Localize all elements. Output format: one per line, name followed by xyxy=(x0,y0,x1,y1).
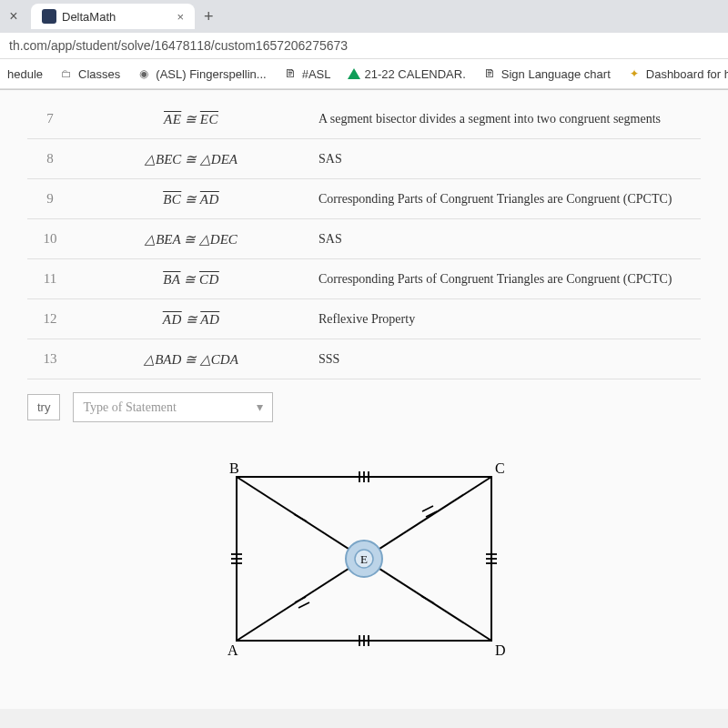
bookmark-classes[interactable]: 🗀 Classes xyxy=(59,66,120,81)
geometry-figure: E xyxy=(27,459,701,668)
proof-table: 7 AE ≅ EC A segment bisector divides a s… xyxy=(27,99,701,379)
table-row: 9 BC ≅ AD Corresponding Parts of Congrue… xyxy=(27,179,701,219)
step-number: 11 xyxy=(27,271,73,287)
vertex-c-label: C xyxy=(495,460,505,476)
bookmark-schedule[interactable]: hedule xyxy=(7,67,43,81)
vertex-a-label: A xyxy=(228,642,238,658)
step-reason: SSS xyxy=(309,352,701,367)
select-placeholder: Type of Statement xyxy=(83,400,176,415)
step-number: 8 xyxy=(27,151,73,167)
step-reason: SAS xyxy=(309,232,701,247)
step-reason: Corresponding Parts of Congruent Triangl… xyxy=(309,192,701,207)
vertex-d-label: D xyxy=(495,642,506,658)
close-icon[interactable]: × xyxy=(0,8,27,25)
tab-bar: × DeltaMath × + xyxy=(0,0,728,33)
svg-line-22 xyxy=(298,602,309,608)
step-number: 7 xyxy=(27,111,73,126)
new-tab-button[interactable]: + xyxy=(195,4,223,30)
table-row: 10 △BEA ≅ △DEC SAS xyxy=(27,219,701,259)
globe-icon: ◉ xyxy=(136,66,151,81)
tab-title: DeltaMath xyxy=(62,10,116,24)
star-icon: ✦ xyxy=(627,66,642,81)
doc-icon: 🖹 xyxy=(482,66,497,81)
step-statement: △BAD ≅ △CDA xyxy=(73,351,309,368)
try-button[interactable]: try xyxy=(27,394,60,420)
browser-tab[interactable]: DeltaMath × xyxy=(31,4,195,29)
table-row: 13 △BAD ≅ △CDA SSS xyxy=(27,339,701,379)
bookmark-sign-language-chart[interactable]: 🖹 Sign Language chart xyxy=(482,66,611,81)
step-statement: BC ≅ AD xyxy=(73,191,309,207)
drive-icon xyxy=(348,68,360,79)
url-bar[interactable]: th.com/app/student/solve/16478118/custom… xyxy=(0,33,728,59)
svg-line-23 xyxy=(422,506,433,511)
bookmark-dashboard[interactable]: ✦ Dashboard for hw xyxy=(627,66,728,81)
folder-icon: 🗀 xyxy=(59,66,74,81)
table-row: 7 AE ≅ EC A segment bisector divides a s… xyxy=(27,99,701,139)
bookmark-calendar[interactable]: 21-22 CALENDAR. xyxy=(348,67,466,81)
step-reason: A segment bisector divides a segment int… xyxy=(309,112,701,126)
tab-close-icon[interactable]: × xyxy=(177,10,184,24)
step-reason: Corresponding Parts of Congruent Triangl… xyxy=(309,272,701,287)
bookmark-asl[interactable]: 🖹 #ASL xyxy=(283,66,331,81)
main-content: 7 AE ≅ EC A segment bisector divides a s… xyxy=(0,90,728,709)
vertex-b-label: B xyxy=(229,460,239,476)
step-statement: BA ≅ CD xyxy=(73,271,309,288)
svg-text:E: E xyxy=(360,552,368,566)
step-statement: AE ≅ EC xyxy=(73,111,309,127)
step-number: 9 xyxy=(27,191,73,207)
table-row: 12 AD ≅ AD Reflexive Property xyxy=(27,299,701,339)
step-reason: Reflexive Property xyxy=(309,312,701,327)
doc-icon: 🖹 xyxy=(283,66,298,81)
step-reason: SAS xyxy=(309,152,701,167)
step-number: 10 xyxy=(27,231,73,247)
input-row: try Type of Statement ▾ xyxy=(27,392,701,422)
favicon-icon xyxy=(42,9,56,24)
bookmarks-bar: hedule 🗀 Classes ◉ (ASL) Fingerspellin..… xyxy=(0,59,728,89)
step-number: 13 xyxy=(27,351,73,367)
step-number: 12 xyxy=(27,311,73,327)
step-statement: △BEA ≅ △DEC xyxy=(73,231,309,248)
svg-line-19 xyxy=(294,511,307,525)
bookmark-asl-fingerspelling[interactable]: ◉ (ASL) Fingerspellin... xyxy=(136,66,266,81)
chevron-down-icon: ▾ xyxy=(257,399,263,415)
svg-line-21 xyxy=(295,597,306,602)
step-statement: AD ≅ AD xyxy=(73,311,309,328)
url-text: th.com/app/student/solve/16478118/custom… xyxy=(9,38,348,53)
table-row: 8 △BEC ≅ △DEA SAS xyxy=(27,139,701,179)
step-statement: △BEC ≅ △DEA xyxy=(73,151,309,167)
statement-type-select[interactable]: Type of Statement ▾ xyxy=(73,392,273,422)
table-row: 11 BA ≅ CD Corresponding Parts of Congru… xyxy=(27,259,701,299)
svg-line-20 xyxy=(421,592,434,607)
